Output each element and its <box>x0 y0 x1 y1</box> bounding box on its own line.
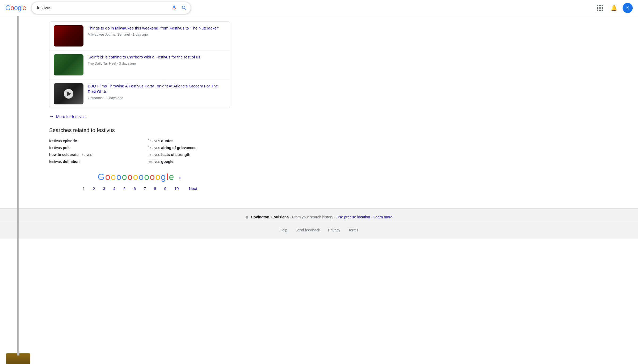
footer-terms-link[interactable]: Terms <box>348 228 358 232</box>
pagination-logo: Goooooooooogle › <box>98 172 181 182</box>
more-for-festivus-link[interactable]: → More for festivus <box>49 114 230 119</box>
plogo-l: l <box>166 172 169 182</box>
bell-icon: 🔔 <box>611 5 617 11</box>
main-content: Things to do in Milwaukee this weekend, … <box>0 16 638 208</box>
page-3[interactable]: 3 <box>100 185 108 192</box>
next-arrow-small: › <box>179 173 182 181</box>
plogo-o8: o <box>144 172 150 182</box>
page-7[interactable]: 7 <box>141 185 149 192</box>
page-9[interactable]: 9 <box>161 185 169 192</box>
news-source-3: Gothamist · 2 days ago <box>88 96 225 100</box>
news-source-1: Milwaukee Journal Sentinel · 1 day ago <box>88 32 225 36</box>
google-apps-button[interactable] <box>595 3 605 13</box>
plogo-e: e <box>169 172 175 182</box>
footer: Covington, Louisiana - From your search … <box>0 208 638 239</box>
related-item-2[interactable]: festivus pole <box>49 146 132 150</box>
news-thumbnail-1 <box>54 25 83 46</box>
related-searches-title: Searches related to festivus <box>49 127 230 133</box>
search-icon <box>181 5 187 11</box>
page-8[interactable]: 8 <box>151 185 159 192</box>
footer-location: Covington, Louisiana - From your search … <box>0 212 638 222</box>
pole-base <box>6 353 30 364</box>
plogo-g: G <box>98 172 105 182</box>
related-item-3[interactable]: festivus airing of grievances <box>148 146 230 150</box>
news-item-3: BBQ Films Throwing A Festivus Party Toni… <box>49 79 230 108</box>
pole-shaft <box>17 16 19 353</box>
logo-g2: g <box>18 4 21 12</box>
news-card: Things to do in Milwaukee this weekend, … <box>49 21 230 108</box>
page-6[interactable]: 6 <box>130 185 139 192</box>
page-2[interactable]: 2 <box>90 185 98 192</box>
next-page-link[interactable]: Next <box>186 185 200 192</box>
more-link-text: More for festivus <box>56 114 86 119</box>
more-arrow-icon: → <box>49 114 54 119</box>
logo-e: e <box>22 4 26 12</box>
plogo-o6: o <box>133 172 138 182</box>
news-title-1[interactable]: Things to do in Milwaukee this weekend, … <box>88 25 225 31</box>
news-thumbnail-3 <box>54 83 83 104</box>
news-source-2: The Daily Tar Heel · 3 days ago <box>88 61 225 65</box>
notifications-button[interactable]: 🔔 <box>608 3 619 13</box>
source-name-3: Gothamist <box>88 96 103 100</box>
news-thumbnail-2 <box>54 54 83 75</box>
news-title-3[interactable]: BBQ Films Throwing A Festivus Party Toni… <box>88 83 225 94</box>
plogo-o9: o <box>150 172 155 182</box>
plogo-o5: o <box>128 172 133 182</box>
news-time-3: · 2 days ago <box>104 96 123 100</box>
pagination-section: Goooooooooogle › 1 2 3 4 5 6 7 8 9 10 Ne… <box>49 172 230 192</box>
header: Google festivus <box>0 0 638 16</box>
content-area: Things to do in Milwaukee this weekend, … <box>49 16 230 208</box>
page-5[interactable]: 5 <box>120 185 129 192</box>
related-item-6[interactable]: festivus definition <box>49 159 132 164</box>
footer-privacy-link[interactable]: Privacy <box>328 228 340 232</box>
festivus-pole <box>16 16 20 364</box>
news-text-2: 'Seinfeld' is coming to Carrboro with a … <box>88 54 225 65</box>
page-1: 1 <box>79 185 88 192</box>
logo-o2: o <box>14 4 18 12</box>
logo-g: G <box>5 4 10 12</box>
news-time-2: · 3 days ago <box>117 61 136 65</box>
plogo-o4: o <box>122 172 128 182</box>
search-button[interactable] <box>180 4 188 12</box>
google-logo: Google <box>5 4 26 12</box>
related-searches-grid: festivus episode festivus quotes festivu… <box>49 139 230 164</box>
play-button-overlay <box>64 89 73 99</box>
search-input[interactable]: festivus <box>31 2 191 14</box>
related-item-5[interactable]: festivus feats of strength <box>148 153 230 157</box>
location-dot-icon <box>246 216 248 219</box>
plogo-g2: g <box>161 172 166 182</box>
play-triangle-icon <box>67 91 71 96</box>
related-item-4[interactable]: how to celebrate festivus <box>49 153 132 157</box>
plogo-o1: o <box>105 172 111 182</box>
footer-help-link[interactable]: Help <box>280 228 287 232</box>
footer-links: Help Send feedback Privacy Terms <box>0 225 638 235</box>
avatar[interactable]: K <box>623 3 633 13</box>
search-icons <box>170 4 188 12</box>
news-text-3: BBQ Films Throwing A Festivus Party Toni… <box>88 83 225 100</box>
apps-grid-icon <box>597 5 603 11</box>
footer-send-feedback-link[interactable]: Send feedback <box>295 228 320 232</box>
header-right: 🔔 K <box>595 3 633 13</box>
mic-icon <box>171 5 177 11</box>
plogo-o10: o <box>155 172 161 182</box>
source-name-1: Milwaukee Journal Sentinel <box>88 32 130 36</box>
plogo-o7: o <box>138 172 144 182</box>
related-item-0[interactable]: festivus episode <box>49 139 132 143</box>
learn-more-link[interactable]: Learn more <box>373 215 392 219</box>
related-item-1[interactable]: festivus quotes <box>148 139 230 143</box>
source-name-2: The Daily Tar Heel <box>88 61 116 65</box>
related-item-7[interactable]: festivus google <box>148 159 230 164</box>
logo-o1: o <box>10 4 14 12</box>
plogo-o2: o <box>111 172 116 182</box>
page-4[interactable]: 4 <box>110 185 119 192</box>
news-item-1: Things to do in Milwaukee this weekend, … <box>49 22 230 50</box>
search-bar-container: festivus <box>31 2 191 14</box>
location-note: - From your search history - <box>290 215 337 219</box>
news-text-1: Things to do in Milwaukee this weekend, … <box>88 25 225 36</box>
use-precise-location-link[interactable]: Use precise location <box>337 215 370 219</box>
page-10[interactable]: 10 <box>171 185 182 192</box>
news-time-1: · 1 day ago <box>131 32 148 36</box>
news-title-2[interactable]: 'Seinfeld' is coming to Carrboro with a … <box>88 54 225 60</box>
voice-search-button[interactable] <box>170 4 178 12</box>
plogo-o3: o <box>116 172 122 182</box>
